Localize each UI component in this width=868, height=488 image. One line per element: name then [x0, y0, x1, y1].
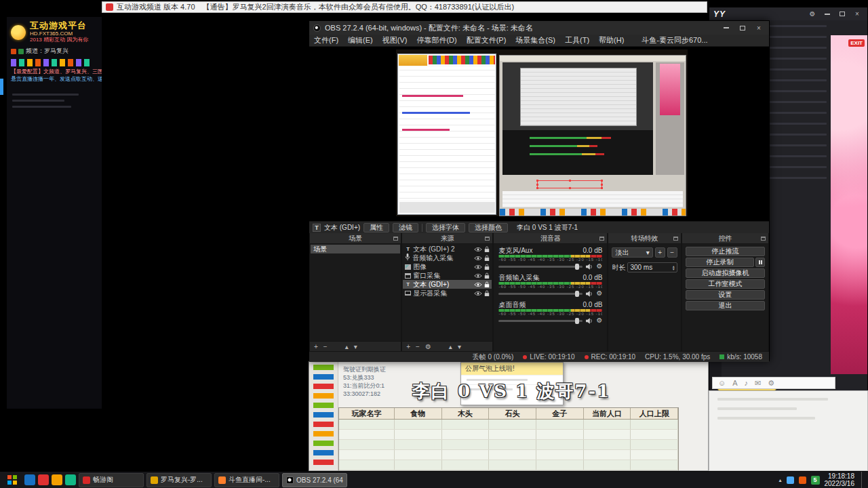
stop-stream-button[interactable]: 停止推流 [686, 247, 765, 256]
dock-icon[interactable] [485, 237, 490, 241]
taskbar-clock[interactable]: 19:18:18 2022/3/16 [825, 472, 855, 487]
channel-row[interactable]: 频道：罗马复兴 [7, 45, 102, 58]
volume-slider[interactable] [498, 266, 583, 268]
selection-handle[interactable] [601, 187, 603, 189]
platform-toolbar-icons[interactable] [11, 59, 92, 66]
add-source-button[interactable]: + [406, 343, 410, 350]
source-row-text2[interactable]: T 文本 (GDI+) 2 [403, 245, 492, 253]
lobby-icon-rail[interactable] [309, 362, 338, 471]
add-scene-button[interactable]: + [314, 343, 318, 350]
taskbar-window-rome[interactable]: 罗马复兴-罗... [146, 473, 212, 487]
lock-icon[interactable] [484, 272, 490, 279]
remove-transition-button[interactable]: − [667, 247, 677, 258]
source-down-button[interactable]: ▾ [458, 343, 461, 350]
virtual-camera-button[interactable]: 启动虚拟摄像机 [686, 268, 765, 278]
obs-maximize-button[interactable] [736, 23, 749, 33]
yy-close-button[interactable]: × [851, 9, 863, 19]
taskbar-window-obs[interactable]: OBS 27.2.4 (64-bi... [282, 473, 347, 487]
volume-slider[interactable] [498, 320, 583, 322]
selection-handle[interactable] [536, 180, 538, 182]
anime-banner-image[interactable]: EXIT [831, 35, 867, 374]
yy-maximize-button[interactable] [836, 9, 848, 19]
source-row-window-capture[interactable]: 窗口采集 [403, 271, 492, 280]
visibility-eye-icon[interactable] [474, 291, 482, 296]
volume-slider[interactable] [498, 293, 583, 295]
obs-preview[interactable] [309, 47, 769, 221]
tray-icon-2[interactable] [799, 476, 806, 484]
mixer-gear-icon[interactable]: ⚙ [596, 317, 602, 324]
scene-up-button[interactable]: ▴ [345, 343, 349, 350]
selection-handle[interactable] [536, 187, 538, 189]
taskbar-window-changyouge[interactable]: 畅游阁 [79, 473, 144, 487]
menu-profile[interactable]: 配置文件(P) [462, 35, 511, 46]
source-row-image[interactable]: 图像 [403, 262, 492, 271]
text-source-selection-box[interactable] [537, 180, 602, 188]
visibility-eye-icon[interactable] [474, 282, 482, 287]
font-icon[interactable]: A [732, 378, 737, 388]
dock-icon[interactable] [393, 237, 398, 241]
transition-select[interactable]: 淡出 ▾ [612, 247, 652, 258]
lock-icon[interactable] [484, 255, 490, 262]
dock-icon[interactable] [673, 237, 678, 241]
sources-list[interactable]: T 文本 (GDI+) 2 音频输入采集 图像 [402, 244, 492, 341]
visibility-eye-icon[interactable] [474, 256, 482, 261]
duration-spinbox[interactable]: 300 ms ▴ ▾ [627, 262, 677, 272]
slider-handle[interactable] [575, 264, 579, 270]
menu-tools[interactable]: 工具(T) [560, 35, 594, 46]
selection-handle[interactable] [536, 184, 538, 186]
start-button[interactable] [3, 472, 22, 488]
obs-titlebar[interactable]: OBS 27.2.4 (64-bit, windows) - 配置文件: 未命名… [309, 21, 769, 35]
channel-tree[interactable] [7, 83, 102, 108]
yy-settings-icon[interactable]: ⚙ [806, 9, 818, 19]
music-icon[interactable]: ♪ [745, 378, 749, 388]
choose-font-button[interactable]: 选择字体 [426, 223, 465, 232]
lock-icon[interactable] [484, 264, 490, 270]
visibility-eye-icon[interactable] [474, 264, 482, 270]
menu-edit[interactable]: 编辑(E) [343, 35, 378, 46]
stop-record-button[interactable]: 停止录制 [686, 258, 754, 267]
menu-file[interactable]: 文件(F) [309, 35, 343, 46]
mixer-gear-icon[interactable]: ⚙ [596, 290, 602, 297]
mixer-gear-icon[interactable]: ⚙ [596, 263, 602, 270]
source-up-button[interactable]: ▴ [449, 343, 452, 350]
exit-button[interactable]: 退出 [686, 301, 765, 310]
yy-minimize-button[interactable] [821, 9, 833, 19]
dock-icon[interactable] [761, 237, 766, 241]
tray-badge[interactable]: 5 [811, 476, 820, 485]
taskbar-app-icon-2[interactable] [38, 474, 49, 485]
source-row-text-selected[interactable]: T 文本 (GDI+) [403, 280, 492, 289]
scene-item[interactable]: 场景 [311, 245, 400, 253]
menu-douyu-sync[interactable]: 斗鱼-要云同步670... [637, 35, 712, 45]
lock-icon[interactable] [484, 246, 490, 253]
emoji-icon[interactable]: ☺ [718, 378, 726, 388]
settings-button[interactable]: 设置 [686, 290, 765, 300]
speaker-icon[interactable] [586, 260, 593, 272]
scenes-list[interactable]: 场景 [310, 244, 401, 341]
show-desktop-button[interactable] [861, 472, 865, 488]
tray-icon-1[interactable] [787, 476, 794, 484]
lock-icon[interactable] [484, 290, 490, 297]
menu-view[interactable]: 视图(V) [378, 35, 412, 46]
choose-color-button[interactable]: 选择颜色 [469, 223, 508, 232]
selection-handle[interactable] [601, 184, 603, 186]
menu-docks[interactable]: 停靠部件(D) [412, 35, 461, 46]
scene-down-button[interactable]: ▾ [354, 343, 357, 350]
remove-scene-button[interactable]: − [323, 343, 328, 350]
taskbar-window-douyu[interactable]: 斗鱼直播间-... [214, 473, 279, 487]
menu-help[interactable]: 帮助(H) [594, 35, 629, 46]
visibility-eye-icon[interactable] [474, 273, 482, 279]
menu-scene-collection[interactable]: 场景集合(S) [511, 35, 560, 46]
obs-minimize-button[interactable] [720, 23, 732, 33]
settings-icon[interactable]: ⚙ [768, 378, 774, 388]
dropdown-item[interactable]: 公屏气泡上线啦! [461, 363, 563, 375]
speaker-icon[interactable] [586, 314, 593, 327]
taskbar-app-icon-1[interactable] [24, 474, 35, 485]
filters-button[interactable]: 滤镜 [393, 223, 418, 232]
studio-mode-button[interactable]: 工作室模式 [686, 279, 765, 289]
selection-handle[interactable] [569, 187, 571, 189]
source-row-audio-input[interactable]: 音频输入采集 [403, 253, 492, 262]
pause-record-button[interactable] [755, 258, 765, 267]
selection-handle[interactable] [601, 180, 603, 182]
speaker-icon[interactable] [586, 287, 593, 300]
source-properties-button[interactable]: ⚙ [425, 343, 431, 350]
